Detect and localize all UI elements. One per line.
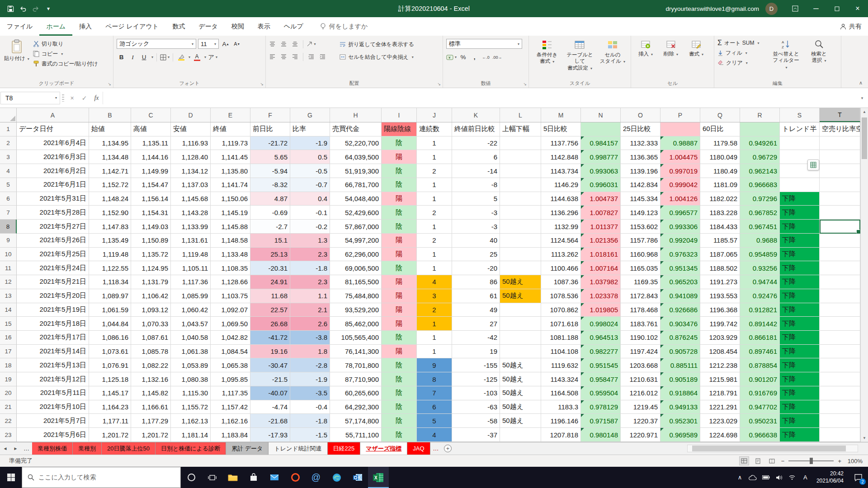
cell-J9[interactable]: 2 <box>417 234 452 248</box>
cell-I3[interactable]: 陽 <box>382 150 417 164</box>
cell-F17[interactable]: 19.16 <box>250 345 290 359</box>
column-header-I[interactable]: I <box>382 108 417 122</box>
cell-Q4[interactable]: 1180.49 <box>700 164 740 178</box>
cell-M21[interactable]: 1183.3 <box>541 400 581 414</box>
action-center-icon[interactable]: 2 <box>848 467 868 488</box>
cell-D2[interactable]: 1,116.93 <box>171 136 211 150</box>
cell-E11[interactable]: 1,108.35 <box>211 261 250 275</box>
cell-S13[interactable]: 下降 <box>780 289 820 303</box>
cell-S10[interactable]: 下降 <box>780 248 820 262</box>
cell-G5[interactable]: -0.7 <box>290 178 330 192</box>
cell-G10[interactable]: 2.3 <box>290 248 330 262</box>
sheet-tab-日経225[interactable]: 日経225 <box>328 442 361 455</box>
cell-T12[interactable] <box>820 275 860 289</box>
cell-A22[interactable]: 2021年5月7日 <box>17 414 89 428</box>
cell-R3[interactable]: 0.96729 <box>740 150 780 164</box>
cell-P6[interactable]: 1.004126 <box>660 192 700 206</box>
cell-Q12[interactable]: 1191.273 <box>700 275 740 289</box>
tab-校閲[interactable]: 校閲 <box>225 17 251 36</box>
tab-数式[interactable]: 数式 <box>165 17 192 36</box>
cell-M16[interactable]: 1081.188 <box>541 331 581 345</box>
fill-button[interactable]: フィル▾ <box>716 48 769 58</box>
cell-M3[interactable]: 1142.848 <box>541 150 581 164</box>
column-header-K[interactable]: K <box>452 108 500 122</box>
column-header-O[interactable]: O <box>621 108 660 122</box>
cell-F9[interactable]: 15.1 <box>250 234 290 248</box>
cell-D19[interactable]: 1,080.38 <box>171 372 211 386</box>
cell-S5[interactable] <box>780 178 820 192</box>
cell-R5[interactable]: 0.966683 <box>740 178 780 192</box>
cell-D3[interactable]: 1,128.40 <box>171 150 211 164</box>
cell-K11[interactable]: -20 <box>452 261 500 275</box>
row-header-5[interactable]: 5 <box>0 178 17 192</box>
cell-P12[interactable]: 0.965203 <box>660 275 700 289</box>
cell-P4[interactable]: 0.997019 <box>660 164 700 178</box>
row-header-6[interactable]: 6 <box>0 192 17 206</box>
cell-O23[interactable]: 1220.971 <box>621 428 660 442</box>
cell-M20[interactable]: 1164.508 <box>541 386 581 400</box>
column-header-T[interactable]: T <box>820 108 860 122</box>
cell-D11[interactable]: 1,105.11 <box>171 261 211 275</box>
cell-C10[interactable]: 1,135.72 <box>131 248 171 262</box>
cell-H21[interactable]: 64,292,300 <box>330 400 382 414</box>
cell-N3[interactable]: 0.998777 <box>581 150 621 164</box>
cell-M8[interactable]: 1132.99 <box>541 220 581 234</box>
cell-T1[interactable]: 空売り比率空 <box>820 122 860 136</box>
cell-D1[interactable]: 安値 <box>171 122 211 136</box>
cell-C19[interactable]: 1,132.16 <box>131 372 171 386</box>
cell-G8[interactable]: -0.2 <box>290 220 330 234</box>
column-header-P[interactable]: P <box>660 108 700 122</box>
cell-S6[interactable]: 下降 <box>780 192 820 206</box>
cell-H17[interactable]: 76,141,300 <box>330 345 382 359</box>
cell-C12[interactable]: 1,131.79 <box>131 275 171 289</box>
cell-D18[interactable]: 1,053.89 <box>171 358 211 372</box>
italic-button[interactable]: I <box>128 52 137 62</box>
cell-Q15[interactable]: 1199.742 <box>700 317 740 331</box>
copy-button[interactable]: コピー▾ <box>32 49 99 59</box>
sheet-tab-トレンド統計関連[interactable]: トレンド統計関連 <box>269 442 327 455</box>
increase-font-size-icon[interactable]: A▴ <box>221 39 230 49</box>
cell-J23[interactable]: 4 <box>417 428 452 442</box>
cell-D5[interactable]: 1,137.03 <box>171 178 211 192</box>
cell-I11[interactable]: 陰 <box>382 261 417 275</box>
cell-C1[interactable]: 高値 <box>131 122 171 136</box>
sheet-tab-日別と株価による診断[interactable]: 日別と株価による診断 <box>156 442 226 455</box>
cell-N18[interactable]: 0.951545 <box>581 358 621 372</box>
cell-J21[interactable]: 6 <box>417 400 452 414</box>
cut-button[interactable]: 切り取り <box>32 39 99 49</box>
cell-P9[interactable]: 0.992049 <box>660 234 700 248</box>
column-header-H[interactable]: H <box>330 108 382 122</box>
cell-M4[interactable]: 1143.734 <box>541 164 581 178</box>
cell-I18[interactable]: 陰 <box>382 358 417 372</box>
sheet-more-right[interactable]: … <box>430 442 442 455</box>
zoom-level[interactable]: 100% <box>845 458 863 465</box>
cell-I8[interactable]: 陰 <box>382 220 417 234</box>
undo-icon[interactable] <box>17 3 29 14</box>
cell-D15[interactable]: 1,043.57 <box>171 317 211 331</box>
minimize-button[interactable]: ─ <box>806 0 826 17</box>
cell-L23[interactable] <box>500 428 541 442</box>
cell-H9[interactable]: 54,997,200 <box>330 234 382 248</box>
cell-R13[interactable]: 0.92476 <box>740 289 780 303</box>
cell-C17[interactable]: 1,085.78 <box>131 345 171 359</box>
scroll-down-icon[interactable]: ▼ <box>861 434 868 442</box>
cell-E2[interactable]: 1,119.73 <box>211 136 250 150</box>
cell-L22[interactable]: 50越え <box>500 414 541 428</box>
zoom-in-icon[interactable]: + <box>838 458 841 465</box>
cell-Q23[interactable]: 1224.698 <box>700 428 740 442</box>
cell-J17[interactable]: 1 <box>417 345 452 359</box>
cell-E22[interactable]: 1,162.16 <box>211 414 250 428</box>
cell-R16[interactable]: 0.866181 <box>740 331 780 345</box>
cell-P1[interactable] <box>660 122 700 136</box>
cell-P19[interactable]: 0.905189 <box>660 372 700 386</box>
cell-N16[interactable]: 0.964513 <box>581 331 621 345</box>
cell-L10[interactable] <box>500 248 541 262</box>
cell-O8[interactable]: 1153.602 <box>621 220 660 234</box>
edge-icon[interactable] <box>326 467 347 488</box>
cell-M19[interactable]: 1143.324 <box>541 372 581 386</box>
cell-C20[interactable]: 1,145.82 <box>131 386 171 400</box>
cell-A4[interactable]: 2021年6月2日 <box>17 164 89 178</box>
at-app-icon[interactable]: @ <box>306 467 326 488</box>
cell-Q21[interactable]: 1221.291 <box>700 400 740 414</box>
cell-F13[interactable]: 11.68 <box>250 289 290 303</box>
